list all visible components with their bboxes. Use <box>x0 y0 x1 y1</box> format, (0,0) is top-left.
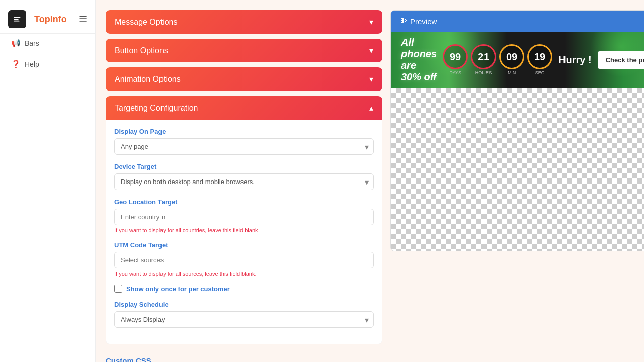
bars-icon: 📢 <box>11 39 21 48</box>
sidebar-item-bars-label: Bars <box>25 39 39 47</box>
countdown-min: 09 MIN <box>499 44 524 75</box>
logo-bottom: Info <box>50 14 67 24</box>
accordion-targeting-configuration-body: Display On Page Any page Home page Produ… <box>106 120 382 344</box>
show-once-checkbox[interactable] <box>114 285 122 293</box>
accordion-targeting-configuration: Targeting Configuration ▴ Display On Pag… <box>106 96 382 344</box>
display-on-page-group: Display On Page Any page Home page Produ… <box>114 128 374 155</box>
utm-code-group: UTM Code Target If you want to display f… <box>114 241 374 277</box>
main-content: Message Options ▾ Button Options ▾ Anima… <box>96 0 644 362</box>
chevron-down-icon-btn: ▾ <box>369 46 373 55</box>
utm-code-hint: If you want to display for all sources, … <box>114 270 374 277</box>
help-icon: ❓ <box>11 60 21 69</box>
countdown-sec-unit: SEC <box>535 70 545 75</box>
preview-container: 👁 Preview All phones are 30% off 99 DAYS <box>390 10 644 251</box>
sidebar-logo: TopInfo <box>8 10 79 28</box>
eye-icon: 👁 <box>399 17 407 26</box>
bar-message: All phones are 30% off <box>401 37 437 83</box>
bar-content: All phones are 30% off 99 DAYS 21 HOURS … <box>401 37 644 83</box>
geo-location-hint: If you want to display for all countries… <box>114 227 374 233</box>
display-schedule-group: Display Schedule Always Display Date Ran… <box>114 301 374 328</box>
accordion-message-options: Message Options ▾ <box>106 10 382 34</box>
right-panel: 👁 Preview All phones are 30% off 99 DAYS <box>390 10 644 352</box>
sidebar-item-help[interactable]: ❓ Help <box>5 55 90 74</box>
app-logo-icon <box>8 10 26 28</box>
hamburger-button[interactable]: ☰ <box>79 14 87 25</box>
device-target-label: Device Target <box>114 163 374 170</box>
chevron-up-icon: ▴ <box>369 103 373 113</box>
accordion-animation-options: Animation Options ▾ <box>106 67 382 91</box>
top-header: TopInfo ☰ <box>0 5 95 34</box>
device-target-group: Device Target Display on both desktop an… <box>114 163 374 190</box>
sidebar: TopInfo ☰ 📢 Bars ❓ Help <box>0 0 96 362</box>
accordion-button-options: Button Options ▾ <box>106 39 382 62</box>
left-panel: Message Options ▾ Button Options ▾ Anima… <box>106 10 382 352</box>
countdown-sec-value: 19 <box>527 44 552 69</box>
show-once-label[interactable]: Show only once for per customer <box>126 285 230 293</box>
display-schedule-label: Display Schedule <box>114 301 374 308</box>
utm-code-label: UTM Code Target <box>114 241 374 249</box>
preview-header: 👁 Preview <box>391 11 644 32</box>
accordion-targeting-configuration-header[interactable]: Targeting Configuration ▴ <box>106 96 382 120</box>
display-on-page-label: Display On Page <box>114 128 374 135</box>
custom-css-label: Custom CSS <box>106 349 382 362</box>
display-schedule-select[interactable]: Always Display Date Range Custom Schedul… <box>114 311 374 328</box>
sidebar-nav: 📢 Bars ❓ Help <box>0 34 95 76</box>
countdown-min-unit: MIN <box>508 70 516 75</box>
countdown-hours: 21 HOURS <box>471 44 496 75</box>
logo-text: TopInfo <box>34 14 67 25</box>
countdown-hours-unit: HOURS <box>475 70 492 75</box>
countdown-days: 99 DAYS <box>443 44 468 75</box>
hurry-text: Hurry ! <box>558 54 592 66</box>
geo-location-input[interactable] <box>114 209 374 225</box>
check-product-button[interactable]: Check the product <box>598 51 644 69</box>
geo-location-label: Geo Location Target <box>114 198 374 206</box>
sidebar-item-help-label: Help <box>25 60 39 68</box>
accordion-button-options-label: Button Options <box>115 46 168 55</box>
countdown-items: 99 DAYS 21 HOURS 09 MIN 19 <box>443 44 552 75</box>
accordion-message-options-label: Message Options <box>115 18 178 27</box>
geo-location-group: Geo Location Target If you want to displ… <box>114 198 374 233</box>
countdown-days-value: 99 <box>443 44 468 69</box>
display-schedule-select-wrapper: Always Display Date Range Custom Schedul… <box>114 311 374 328</box>
countdown-sec: 19 SEC <box>527 44 552 75</box>
countdown-days-unit: DAYS <box>449 70 461 75</box>
accordion-animation-options-header[interactable]: Animation Options ▾ <box>106 67 382 91</box>
countdown-min-value: 09 <box>499 44 524 69</box>
preview-checkerboard <box>391 88 644 251</box>
preview-bar: All phones are 30% off 99 DAYS 21 HOURS … <box>391 32 644 88</box>
accordion-message-options-header[interactable]: Message Options ▾ <box>106 10 382 34</box>
custom-css-section: Custom CSS <box>106 349 382 362</box>
display-on-page-select-wrapper: Any page Home page Product page Cart pag… <box>114 138 374 155</box>
chevron-down-icon: ▾ <box>369 17 373 27</box>
device-target-select-wrapper: Display on both desktop and mobile brows… <box>114 173 374 190</box>
countdown-hours-value: 21 <box>471 44 496 69</box>
accordion-button-options-header[interactable]: Button Options ▾ <box>106 39 382 62</box>
chevron-down-icon-anim: ▾ <box>369 74 373 84</box>
accordion-animation-options-label: Animation Options <box>115 75 181 84</box>
logo-top: Top <box>34 14 50 24</box>
preview-header-label: Preview <box>410 17 437 26</box>
show-once-row: Show only once for per customer <box>114 285 374 293</box>
device-target-select[interactable]: Display on both desktop and mobile brows… <box>114 173 374 190</box>
sidebar-item-bars[interactable]: 📢 Bars <box>5 34 90 53</box>
display-on-page-select[interactable]: Any page Home page Product page Cart pag… <box>114 138 374 155</box>
accordion-targeting-configuration-label: Targeting Configuration <box>115 104 198 113</box>
utm-code-input[interactable] <box>114 252 374 268</box>
